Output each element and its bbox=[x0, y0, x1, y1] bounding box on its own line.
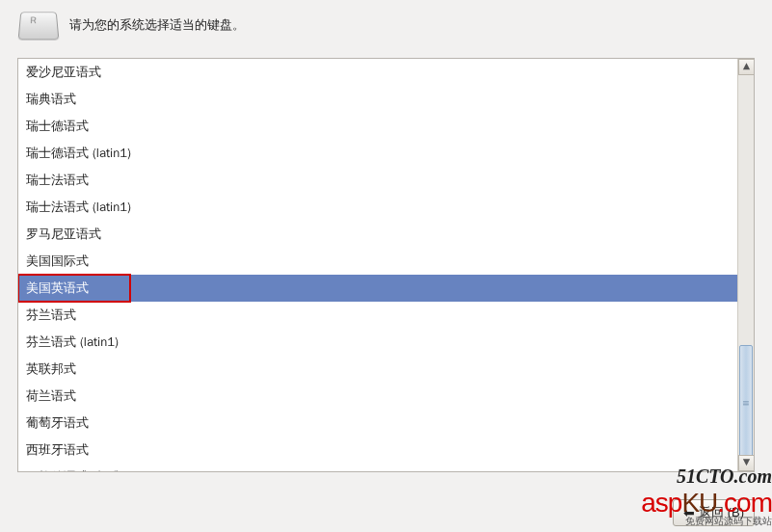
keyboard-option[interactable]: 荷兰语式 bbox=[18, 383, 737, 410]
keyboard-option[interactable]: 芬兰语式 bbox=[18, 302, 737, 329]
header: 请为您的系统选择适当的键盘。 bbox=[0, 0, 772, 50]
keyboard-option[interactable]: 西班牙语式 bbox=[18, 437, 737, 464]
page-title: 请为您的系统选择适当的键盘。 bbox=[69, 16, 245, 34]
back-button-label: 返回 (B) bbox=[699, 504, 744, 521]
scroll-thumb[interactable] bbox=[739, 345, 753, 461]
scroll-up-button[interactable]: ▲ bbox=[738, 59, 755, 75]
keyboard-option[interactable]: 瑞士德语式 bbox=[18, 113, 737, 140]
selection-highlight bbox=[18, 274, 131, 303]
keyboard-option[interactable]: 阿拉伯语式 (标准) bbox=[18, 464, 737, 471]
scroll-track[interactable] bbox=[738, 75, 754, 455]
keyboard-option[interactable]: 瑞士德语式 (latin1) bbox=[18, 140, 737, 167]
keyboard-option[interactable]: 瑞典语式 bbox=[18, 86, 737, 113]
keyboard-list[interactable]: 爱沙尼亚语式瑞典语式瑞士德语式瑞士德语式 (latin1)瑞士法语式瑞士法语式 … bbox=[18, 59, 737, 471]
keyboard-option[interactable]: 英联邦式 bbox=[18, 356, 737, 383]
keyboard-option[interactable]: 葡萄牙语式 bbox=[18, 410, 737, 437]
keyboard-option[interactable]: 瑞士法语式 bbox=[18, 167, 737, 194]
footer: ⬅ 返回 (B) bbox=[673, 499, 755, 526]
keyboard-icon bbox=[18, 12, 60, 40]
scroll-down-button[interactable]: ▼ bbox=[738, 455, 755, 471]
keyboard-option[interactable]: 美国国际式 bbox=[18, 248, 737, 275]
keyboard-list-container: 爱沙尼亚语式瑞典语式瑞士德语式瑞士德语式 (latin1)瑞士法语式瑞士法语式 … bbox=[17, 58, 755, 472]
back-button[interactable]: ⬅ 返回 (B) bbox=[673, 499, 755, 526]
arrow-left-icon: ⬅ bbox=[683, 506, 695, 519]
keyboard-option[interactable]: 美国英语式 bbox=[18, 275, 737, 302]
keyboard-option[interactable]: 芬兰语式 (latin1) bbox=[18, 329, 737, 356]
keyboard-option[interactable]: 瑞士法语式 (latin1) bbox=[18, 194, 737, 221]
keyboard-option[interactable]: 爱沙尼亚语式 bbox=[18, 59, 737, 86]
keyboard-option[interactable]: 罗马尼亚语式 bbox=[18, 221, 737, 248]
scrollbar-vertical[interactable]: ▲ ▼ bbox=[737, 59, 754, 471]
